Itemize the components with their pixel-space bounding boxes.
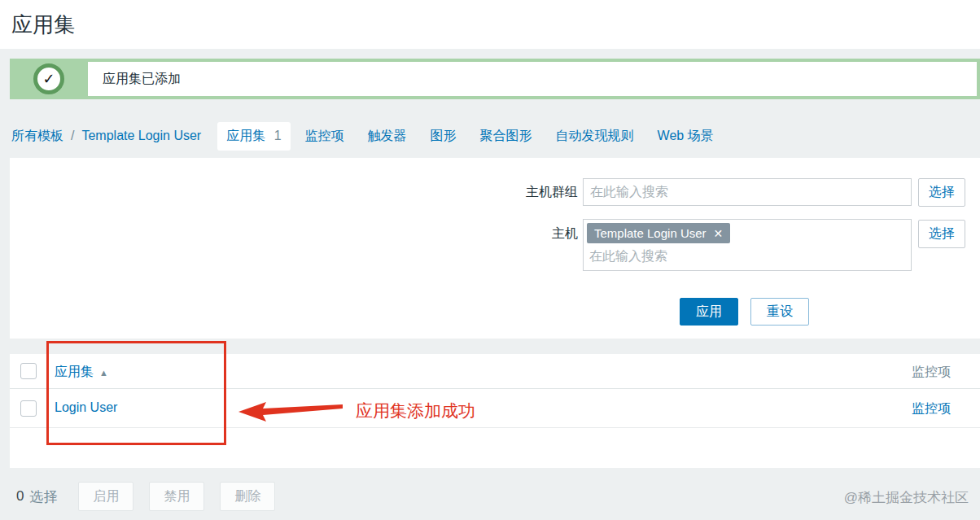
tab-applications-label[interactable]: 应用集 <box>226 129 265 142</box>
tab-discovery-rules[interactable]: 自动发现规则 <box>547 122 643 151</box>
table-header-row: 应用集▲ 监控项 <box>10 354 980 389</box>
host-select-button[interactable]: 选择 <box>918 220 965 248</box>
reset-button[interactable]: 重设 <box>750 298 809 326</box>
enable-button[interactable]: 启用 <box>78 482 133 511</box>
application-name-link[interactable]: Login User <box>55 400 117 415</box>
application-sort-link[interactable]: 应用集 <box>55 365 94 378</box>
host-multiselect[interactable]: Template Login User ✕ 在此输入搜索 <box>583 219 912 271</box>
applications-table: 应用集▲ 监控项 Login User 监控项 <box>10 354 980 468</box>
host-group-search-input[interactable] <box>583 178 912 206</box>
tab-web-scenarios[interactable]: Web 场景 <box>649 122 723 151</box>
breadcrumb-separator: / <box>71 129 74 143</box>
breadcrumb-template-name[interactable]: Template Login User <box>81 129 201 143</box>
selected-label: 选择 <box>29 487 57 506</box>
items-column-header: 监控项 <box>912 364 951 381</box>
filter-panel: 主机群组 选择 主机 Template Login User ✕ 在此输入搜索 … <box>10 158 980 339</box>
watermark: @稀土掘金技术社区 <box>844 488 969 507</box>
tab-items-label[interactable]: 监控项 <box>305 129 344 142</box>
selected-count: 0 <box>16 488 24 505</box>
nav-row: 所有模板 / Template Login User 应用集 1 监控项 触发器… <box>11 119 980 153</box>
table-row: Login User 监控项 <box>10 389 980 428</box>
host-tag-label: Template Login User <box>594 226 707 240</box>
host-label: 主机 <box>449 220 578 247</box>
tab-bar: 应用集 1 监控项 触发器 图形 聚合图形 自动发现规则 Web 场景 <box>217 122 728 151</box>
success-message-bar: ✓ 应用集已添加 <box>10 59 980 99</box>
footer-action-bar: 0 选择 启用 禁用 删除 @稀土掘金技术社区 <box>16 482 980 511</box>
tab-applications[interactable]: 应用集 1 <box>217 122 290 151</box>
tab-screens-label[interactable]: 聚合图形 <box>480 129 532 142</box>
row-checkbox[interactable] <box>20 400 37 417</box>
host-search-placeholder: 在此输入搜索 <box>587 243 908 265</box>
application-column-header: 应用集▲ <box>55 364 108 381</box>
remove-tag-icon[interactable]: ✕ <box>714 227 724 240</box>
tab-screens[interactable]: 聚合图形 <box>471 122 541 151</box>
delete-button[interactable]: 删除 <box>220 482 275 511</box>
tab-graphs[interactable]: 图形 <box>422 122 466 151</box>
tab-discovery-rules-label[interactable]: 自动发现规则 <box>556 129 634 142</box>
tab-web-scenarios-label[interactable]: Web 场景 <box>658 129 714 142</box>
select-all-checkbox[interactable] <box>20 363 37 379</box>
tab-triggers-label[interactable]: 触发器 <box>368 129 407 142</box>
row-items-link[interactable]: 监控项 <box>912 400 951 417</box>
tab-triggers[interactable]: 触发器 <box>359 122 416 151</box>
success-icon-zone: ✓ <box>10 59 88 99</box>
tab-applications-count: 1 <box>274 129 282 142</box>
disable-button[interactable]: 禁用 <box>149 482 204 511</box>
tab-graphs-label[interactable]: 图形 <box>431 129 457 142</box>
check-circle-icon: ✓ <box>33 63 64 94</box>
sort-ascending-icon: ▲ <box>99 368 108 378</box>
tab-items[interactable]: 监控项 <box>296 122 353 151</box>
breadcrumb-all-templates[interactable]: 所有模板 <box>11 128 63 145</box>
apply-button[interactable]: 应用 <box>680 298 738 326</box>
host-group-label: 主机群组 <box>449 178 578 206</box>
page-title: 应用集 <box>11 11 75 39</box>
host-group-select-button[interactable]: 选择 <box>918 178 965 207</box>
host-tag-chip: Template Login User ✕ <box>587 223 730 243</box>
page-header: 应用集 <box>0 0 980 49</box>
success-message-text: 应用集已添加 <box>88 62 977 96</box>
